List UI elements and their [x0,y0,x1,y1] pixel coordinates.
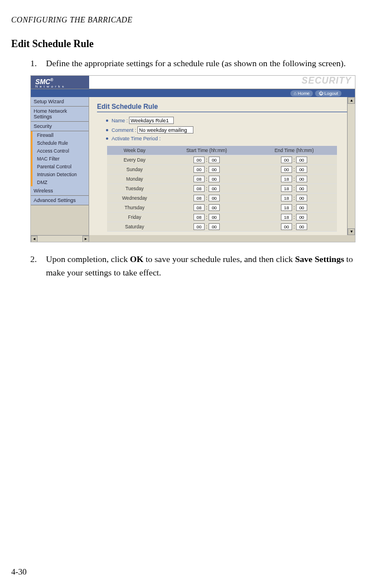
table-row: Tuesday : : [107,184,337,194]
start-cell: : [162,222,251,232]
scroll-down-icon[interactable]: ▾ [348,228,355,235]
end-cell: : [251,213,337,222]
end-hour-input[interactable] [281,166,292,173]
start-min-input[interactable] [209,157,220,163]
sidebar-item-dmz[interactable]: DMZ [31,178,89,186]
step-number: 2. [30,252,46,279]
end-min-input[interactable] [296,176,307,182]
start-hour-input[interactable] [193,214,205,220]
start-cell: : [162,165,251,174]
day-cell: Thursday [107,203,162,213]
activate-label: Activate Time Period : [112,136,161,141]
bullet-icon [106,137,108,140]
end-hour-input[interactable] [281,223,292,230]
end-min-input[interactable] [296,166,307,173]
sidebar-item-wireless[interactable]: Wireless [31,186,89,196]
step-2: 2. Upon completion, click OK to save you… [30,252,354,279]
start-min-input[interactable] [209,214,220,220]
scroll-up-icon[interactable]: ▴ [348,97,355,104]
end-hour-input[interactable] [281,204,292,211]
name-input[interactable] [129,117,174,124]
end-cell: : [251,194,337,203]
start-min-input[interactable] [209,195,220,201]
table-header-row: Week Day Start Time (hh:mm) End Time (hh… [107,146,337,155]
scroll-right-icon[interactable]: ▸ [82,236,89,242]
comment-row: Comment : [106,126,347,134]
start-hour-input[interactable] [193,176,205,182]
step2-save-bold: Save Settings [295,254,344,264]
start-hour-input[interactable] [193,195,205,201]
end-cell: : [251,165,337,174]
logo-row: SMC® N e t w o r k s SECURITY [31,76,355,89]
smc-logo: SMC® N e t w o r k s [31,76,89,89]
start-cell: : [162,174,251,184]
start-cell: : [162,155,251,165]
end-min-input[interactable] [296,157,307,163]
router-ui-screenshot: SMC® N e t w o r k s SECURITY ⌂ Home ⏻ L… [30,75,355,242]
sidebar-item-security[interactable]: Security [31,122,89,131]
start-cell: : [162,213,251,222]
horizontal-scrollbar[interactable]: ◂ ▸ [31,235,89,242]
start-min-input[interactable] [209,176,220,182]
end-hour-input[interactable] [281,176,292,182]
start-hour-input[interactable] [193,157,205,163]
sidebar-item-firewall[interactable]: Firewall [31,131,89,139]
start-min-input[interactable] [209,166,220,173]
day-cell: Monday [107,174,162,184]
sidebar-item-access-control[interactable]: Access Control [31,147,89,155]
start-min-input[interactable] [209,185,220,192]
start-min-input[interactable] [209,223,220,230]
comment-label: Comment : [112,127,136,133]
scroll-left-icon[interactable]: ◂ [31,236,38,242]
table-row: Wednesday : : [107,194,337,203]
sidebar-item-intrusion[interactable]: Intrusion Detection [31,171,89,178]
end-hour-input[interactable] [281,214,292,220]
start-hour-input[interactable] [193,204,205,211]
comment-input[interactable] [137,126,193,134]
day-cell: Every Day [107,155,162,165]
end-cell: : [251,203,337,213]
sidebar-item-schedule-rule[interactable]: Schedule Rule [31,139,89,147]
start-hour-input[interactable] [193,185,205,192]
end-cell: : [251,174,337,184]
top-nav-bar: ⌂ Home ⏻ Logout [31,89,355,97]
end-min-input[interactable] [296,195,307,201]
col-day: Week Day [107,146,162,155]
step-text: Define the appropriate settings for a sc… [46,57,346,70]
start-cell: : [162,194,251,203]
registered-icon: ® [50,78,53,82]
start-hour-input[interactable] [193,223,205,230]
end-min-input[interactable] [296,214,307,220]
end-min-input[interactable] [296,185,307,192]
content-panel: Edit Schedule Rule Name : Comment : Acti… [89,97,355,235]
day-cell: Saturday [107,222,162,232]
sidebar-item-home-network[interactable]: Home Network Settings [31,107,89,122]
start-cell: : [162,203,251,213]
step2-pre: Upon completion, click [46,254,130,264]
end-cell: : [251,184,337,194]
bullet-icon [106,129,108,131]
home-button[interactable]: ⌂ Home [290,90,313,97]
end-hour-input[interactable] [281,185,292,192]
page-number: 4-30 [11,567,27,577]
sidebar-item-parental-control[interactable]: Parental Control [31,163,89,171]
end-cell: : [251,155,337,165]
logo-subtext: N e t w o r k s [35,85,64,88]
end-min-input[interactable] [296,223,307,230]
col-start: Start Time (hh:mm) [162,146,251,155]
end-min-input[interactable] [296,204,307,211]
step-1: 1. Define the appropriate settings for a… [30,57,354,70]
logout-button[interactable]: ⏻ Logout [315,90,341,97]
end-hour-input[interactable] [281,195,292,201]
sidebar-item-advanced[interactable]: Advanced Settings [31,196,89,205]
vertical-scrollbar[interactable]: ▴ ▾ [347,97,355,235]
sidebar-item-mac-filter[interactable]: MAC Filter [31,155,89,163]
end-hour-input[interactable] [281,157,292,163]
sidebar-item-setup-wizard[interactable]: Setup Wizard [31,97,89,107]
start-hour-input[interactable] [193,166,205,173]
step2-mid: to save your schedule rules, and then cl… [144,254,295,264]
security-banner: SECURITY [89,76,355,89]
table-row: Thursday : : [107,203,337,213]
start-cell: : [162,184,251,194]
start-min-input[interactable] [209,204,220,211]
